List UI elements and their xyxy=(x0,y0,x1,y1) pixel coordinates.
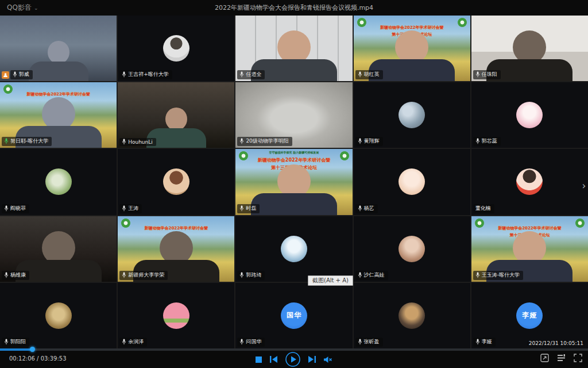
participant-tile: 张昕盈 xyxy=(354,283,470,348)
playlist-button[interactable] xyxy=(557,354,566,362)
mic-active-icon xyxy=(4,138,9,144)
participant-tile: 王涛 xyxy=(118,149,234,214)
participant-name: 胡红英 xyxy=(364,71,380,78)
mic-icon xyxy=(475,71,480,78)
avatar xyxy=(45,168,72,195)
participant-tile: 国华 问国华 xyxy=(235,283,352,348)
mic-icon xyxy=(358,339,362,345)
participant-tile: 郭玮琦 xyxy=(235,216,352,282)
avatar xyxy=(163,302,189,329)
mic-icon xyxy=(239,272,244,278)
participant-tile: 新疆动物学会2022年学术研讨会暨 努日耶-喀什大学 xyxy=(0,82,117,148)
volume-muted-icon xyxy=(324,356,332,363)
screenshot-tooltip: 截图(Alt + A) xyxy=(308,275,353,286)
play-icon xyxy=(285,352,300,367)
mic-icon xyxy=(122,339,126,345)
mic-icon xyxy=(4,272,9,278)
mic-icon xyxy=(358,272,362,278)
participant-name: 郭阳阳 xyxy=(10,338,26,346)
player-control-bar: 00:12:06 / 03:39:53 xyxy=(0,348,588,368)
avatar-initials: 国华 xyxy=(287,310,301,320)
avatar xyxy=(399,102,425,128)
participant-tile: 黄翔辉 xyxy=(354,82,470,148)
mic-icon xyxy=(4,205,9,212)
participant-tile: 任珠阳 xyxy=(471,16,588,81)
next-button[interactable] xyxy=(308,356,316,363)
avatar xyxy=(516,102,543,128)
poster-title: 新疆动物学会2022年学术研讨会暨 xyxy=(0,91,117,97)
mic-icon xyxy=(239,339,244,345)
participant-name: 王吉祥+喀什大学 xyxy=(128,71,169,78)
participant-name: 李娅 xyxy=(482,338,492,346)
avatar xyxy=(399,302,425,329)
participant-name: 王玉涛-喀什大学 xyxy=(482,271,520,279)
mic-icon xyxy=(13,71,17,78)
grid-next-page-arrow: › xyxy=(580,178,588,193)
webcam-silhouette xyxy=(27,41,90,81)
volume-button[interactable] xyxy=(324,356,332,363)
avatar xyxy=(516,168,543,195)
participant-tile: 任道全 xyxy=(235,16,352,81)
screenshot-icon xyxy=(540,354,549,362)
play-button[interactable] xyxy=(285,352,300,367)
previous-button[interactable] xyxy=(270,356,277,363)
participant-name: 新疆师大李学荣 xyxy=(128,271,164,279)
participant-name: 阎晓菲 xyxy=(10,205,26,212)
participant-name: 问国华 xyxy=(246,338,261,346)
stop-button[interactable] xyxy=(256,356,262,363)
participant-name: 郭玮琦 xyxy=(246,271,261,279)
previous-icon xyxy=(270,356,277,363)
fullscreen-button[interactable] xyxy=(574,354,582,362)
avatar-initials: 李娅 xyxy=(522,310,537,320)
seek-bar[interactable] xyxy=(0,348,588,351)
participant-name: 郭芯蕊 xyxy=(482,137,497,145)
participant-name: 董化楠 xyxy=(475,205,491,212)
mic-icon xyxy=(4,339,9,345)
participant-name: 杨艺 xyxy=(364,205,374,212)
participant-tile: 董化楠 xyxy=(471,149,588,214)
participant-tile: 新疆动物学会2022年学术研讨会暨 第十三届青年学术论坛 2022 王玉涛-喀什… xyxy=(471,216,588,282)
participant-tile: 王吉祥+喀什大学 xyxy=(118,16,234,81)
screenshot-button[interactable] xyxy=(540,354,549,362)
participant-name: 张昕盈 xyxy=(364,338,380,346)
participant-tile: 阎晓菲 xyxy=(0,149,117,214)
participant-name: 20级动物学李明阳 xyxy=(246,137,288,145)
avatar: 国华 xyxy=(281,302,307,329)
participant-tile: HouhunLi xyxy=(118,82,234,148)
poster-title: 新疆动物学会2022年学术研讨会暨 xyxy=(118,225,234,231)
participant-tile: 杨维康 xyxy=(0,216,117,282)
avatar: 李娅 xyxy=(516,302,543,329)
mic-icon xyxy=(475,272,480,278)
participant-tile: 新疆动物学会2022年学术研讨会暨 新疆师大李学荣 xyxy=(118,216,234,282)
mic-icon xyxy=(122,272,126,278)
participant-name: 黄翔辉 xyxy=(364,137,380,145)
participant-tile: 郭阳阳 xyxy=(0,283,117,348)
mic-icon xyxy=(239,71,244,78)
participant-name: HouhunLi xyxy=(128,139,153,145)
participant-tile: 20级动物学李明阳 xyxy=(235,82,352,148)
video-surface[interactable]: 郭威 王吉祥+喀什大学 任道全 新疆动物学会2022年学术研讨会暨 第十三届青年… xyxy=(0,16,588,348)
next-icon xyxy=(308,356,316,363)
seek-bar-fill xyxy=(0,348,32,351)
video-file-title: 2022年新疆动物学会大会报告和青锐报告会议视频.mp4 xyxy=(0,3,588,12)
participant-tile: 沙仁高娃 xyxy=(354,216,470,282)
participant-name: 任珠阳 xyxy=(482,71,497,78)
mic-icon xyxy=(122,205,126,212)
app-menu-button[interactable]: QQ影音 ⌄ xyxy=(0,3,38,13)
mic-icon xyxy=(239,205,244,212)
participant-name: 余润泽 xyxy=(128,338,144,346)
seek-handle[interactable] xyxy=(30,347,35,352)
mic-icon xyxy=(475,138,480,144)
window-titlebar: QQ影音 ⌄ 2022年新疆动物学会大会报告和青锐报告会议视频.mp4 xyxy=(0,0,588,16)
participant-tile: 新疆动物学会2022年学术研讨会暨 第十三届青年学术论坛 胡红英 xyxy=(354,16,470,81)
mic-icon xyxy=(358,71,362,78)
stop-icon xyxy=(256,356,262,363)
participant-name: 沙仁高娃 xyxy=(364,271,385,279)
avatar xyxy=(45,302,72,329)
participant-tile: 李娅 李娅 2022/12/31 10:05:11 xyxy=(471,283,588,348)
fullscreen-icon xyxy=(574,354,582,362)
mic-icon xyxy=(358,205,362,212)
participant-name: 杨维康 xyxy=(10,271,26,279)
presenter-tile: 坚守秘境科学探究 助力新疆可持续发展 新疆动物学会2022年学术研讨会暨 第十三… xyxy=(235,149,352,214)
participant-name: 努日耶-喀什大学 xyxy=(10,137,48,145)
